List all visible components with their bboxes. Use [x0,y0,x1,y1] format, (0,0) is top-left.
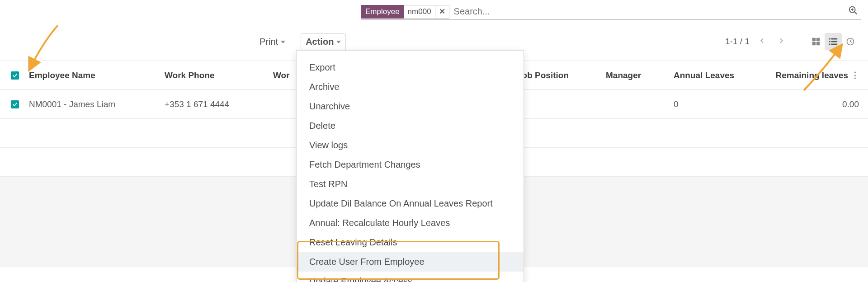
search-facet: Employee nm000 ✕ [361,5,449,19]
checkbox-checked-icon [11,100,19,108]
print-dropdown[interactable]: Print [255,34,290,50]
header-annual-leaves[interactable]: Annual Leaves [674,70,773,80]
svg-rect-4 [812,38,816,42]
list-view-icon[interactable] [825,33,842,50]
header-work-phone[interactable]: Work Phone [165,70,273,80]
cell-annual-leaves: 0 [674,99,773,109]
action-create-user-from-employee[interactable]: Create User From Employee [297,252,524,272]
svg-rect-11 [831,41,837,42]
header-remaining-leaves[interactable]: Remaining leaves ⋮ [773,70,859,80]
svg-rect-10 [829,41,830,42]
pager-next-icon[interactable] [775,35,788,48]
column-options-icon[interactable]: ⋮ [851,70,859,80]
action-update-employee-access[interactable]: Update Employee Access [297,272,524,282]
action-dropdown[interactable]: Action [301,33,346,50]
action-annual-recalculate[interactable]: Annual: Recalculate Hourly Leaves [297,213,524,233]
view-switcher [807,33,859,50]
action-update-dil-balance[interactable]: Update Dil Balance On Annual Leaves Repo… [297,194,524,213]
header-remaining-label: Remaining leaves [775,70,848,80]
facet-remove-icon[interactable]: ✕ [435,5,449,19]
action-archive[interactable]: Archive [297,77,524,97]
svg-rect-7 [816,42,820,46]
pager-text: 1-1 / 1 [725,37,750,47]
cell-employee-name: NM0001 - James Liam [29,99,165,109]
action-delete[interactable]: Delete [297,116,524,136]
search-bar: Employee nm000 ✕ [361,4,861,20]
svg-rect-9 [831,38,837,40]
action-export[interactable]: Export [297,58,524,77]
search-input[interactable] [449,6,845,17]
print-label: Print [259,37,278,47]
checkbox-checked-icon [11,71,19,80]
toolbar-right: 1-1 / 1 [725,33,859,50]
activity-view-icon[interactable] [842,33,859,50]
svg-rect-13 [831,44,837,45]
svg-line-1 [854,12,857,14]
caret-down-icon [336,41,341,43]
action-reset-leaving-details[interactable]: Reset Leaving Details [297,233,524,252]
facet-value: nm000 [404,5,435,19]
select-all-checkbox[interactable] [11,71,29,80]
caret-down-icon [281,41,285,43]
header-manager[interactable]: Manager [606,70,674,80]
pager-prev-icon[interactable] [756,35,769,48]
action-menu: Export Archive Unarchive Delete View log… [296,50,524,282]
action-label: Action [306,37,334,47]
header-job-position[interactable]: Job Position [517,70,606,80]
cell-remaining-leaves: 0.00 [773,99,859,109]
facet-label: Employee [361,5,404,19]
svg-rect-8 [829,38,830,40]
toolbar-left: Print Action [255,33,346,50]
svg-rect-12 [829,44,830,45]
kanban-view-icon[interactable] [807,33,825,50]
action-fetch-department-changes[interactable]: Fetch Department Changes [297,155,524,174]
action-view-logs[interactable]: View logs [297,136,524,155]
header-employee-name[interactable]: Employee Name [29,70,165,80]
toolbar: Print Action 1-1 / 1 [0,32,868,52]
search-expand-icon[interactable] [845,5,861,18]
action-test-rpn[interactable]: Test RPN [297,174,524,194]
row-checkbox[interactable] [11,100,29,108]
action-unarchive[interactable]: Unarchive [297,97,524,116]
svg-rect-5 [816,38,820,42]
cell-work-phone: +353 1 671 4444 [165,99,273,109]
svg-rect-6 [812,42,816,46]
